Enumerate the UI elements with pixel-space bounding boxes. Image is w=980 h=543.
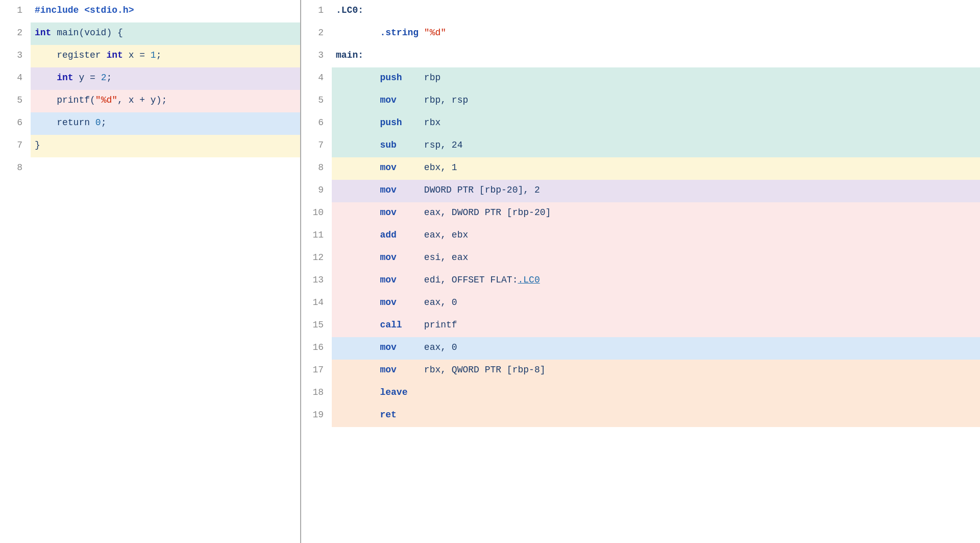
asm-content: add eax, ebx	[332, 225, 980, 247]
line-number: 5	[301, 90, 332, 112]
code-line: 8	[0, 157, 300, 180]
line-number: 8	[301, 157, 332, 180]
asm-line: 8 mov ebx, 1	[301, 157, 980, 180]
asm-line: 1.LC0:	[301, 0, 980, 22]
line-number: 6	[301, 112, 332, 135]
code-content: register int x = 1;	[31, 45, 300, 67]
asm-line: 14 mov eax, 0	[301, 292, 980, 315]
line-number: 15	[301, 315, 332, 337]
right-pane: 1.LC0:2 .string "%d"3main:4 push rbp5 mo…	[301, 0, 980, 543]
asm-line: 17 mov rbx, QWORD PTR [rbp-8]	[301, 360, 980, 382]
asm-content: .LC0:	[332, 0, 980, 22]
line-number: 5	[0, 90, 31, 112]
code-content: }	[31, 135, 300, 157]
code-line: 2int main(void) {	[0, 22, 300, 45]
line-number: 3	[301, 45, 332, 67]
asm-line: 12 mov esi, eax	[301, 247, 980, 270]
code-line: 5 printf("%d", x + y);	[0, 90, 300, 112]
asm-content: ret	[332, 405, 980, 427]
code-line: 1#include <stdio.h>	[0, 0, 300, 22]
line-number: 17	[301, 360, 332, 382]
line-number: 9	[301, 180, 332, 202]
line-number: 7	[0, 135, 31, 157]
asm-line: 13 mov edi, OFFSET FLAT:.LC0	[301, 270, 980, 292]
asm-line: 18 leave	[301, 382, 980, 405]
line-number: 8	[0, 157, 31, 180]
asm-line: 3main:	[301, 45, 980, 67]
line-number: 16	[301, 337, 332, 360]
asm-content: .string "%d"	[332, 22, 980, 45]
asm-content: mov eax, DWORD PTR [rbp-20]	[332, 202, 980, 225]
asm-content: leave	[332, 382, 980, 405]
asm-line: 11 add eax, ebx	[301, 225, 980, 247]
asm-content: sub rsp, 24	[332, 135, 980, 157]
line-number: 4	[0, 67, 31, 90]
asm-line: 16 mov eax, 0	[301, 337, 980, 360]
code-line: 4 int y = 2;	[0, 67, 300, 90]
code-line: 6 return 0;	[0, 112, 300, 135]
line-number: 12	[301, 247, 332, 270]
asm-line: 19 ret	[301, 405, 980, 427]
asm-line: 5 mov rbp, rsp	[301, 90, 980, 112]
asm-content: mov DWORD PTR [rbp-20], 2	[332, 180, 980, 202]
asm-content: mov rbx, QWORD PTR [rbp-8]	[332, 360, 980, 382]
line-number: 14	[301, 292, 332, 315]
line-number: 19	[301, 405, 332, 427]
line-number: 18	[301, 382, 332, 405]
line-number: 7	[301, 135, 332, 157]
asm-line: 2 .string "%d"	[301, 22, 980, 45]
code-line: 3 register int x = 1;	[0, 45, 300, 67]
line-number: 2	[0, 22, 31, 45]
asm-content: mov eax, 0	[332, 292, 980, 315]
asm-content: mov edi, OFFSET FLAT:.LC0	[332, 270, 980, 292]
line-number: 3	[0, 45, 31, 67]
code-content: int y = 2;	[31, 67, 300, 90]
asm-content: mov rbp, rsp	[332, 90, 980, 112]
line-number: 11	[301, 225, 332, 247]
code-content: #include <stdio.h>	[31, 0, 300, 22]
code-line: 7}	[0, 135, 300, 157]
asm-content: push rbx	[332, 112, 980, 135]
line-number: 10	[301, 202, 332, 225]
line-number: 1	[301, 0, 332, 22]
code-content: printf("%d", x + y);	[31, 90, 300, 112]
asm-line: 9 mov DWORD PTR [rbp-20], 2	[301, 180, 980, 202]
line-number: 13	[301, 270, 332, 292]
code-content: int main(void) {	[31, 22, 300, 45]
line-number: 1	[0, 0, 31, 22]
asm-content: call printf	[332, 315, 980, 337]
asm-content: mov esi, eax	[332, 247, 980, 270]
code-content	[31, 157, 300, 180]
code-content: return 0;	[31, 112, 300, 135]
asm-line: 15 call printf	[301, 315, 980, 337]
line-number: 2	[301, 22, 332, 45]
left-pane: 1#include <stdio.h>2int main(void) {3 re…	[0, 0, 301, 543]
asm-content: push rbp	[332, 67, 980, 90]
asm-content: mov eax, 0	[332, 337, 980, 360]
asm-content: mov ebx, 1	[332, 157, 980, 180]
line-number: 4	[301, 67, 332, 90]
asm-line: 7 sub rsp, 24	[301, 135, 980, 157]
asm-line: 4 push rbp	[301, 67, 980, 90]
asm-line: 6 push rbx	[301, 112, 980, 135]
asm-content: main:	[332, 45, 980, 67]
asm-line: 10 mov eax, DWORD PTR [rbp-20]	[301, 202, 980, 225]
line-number: 6	[0, 112, 31, 135]
